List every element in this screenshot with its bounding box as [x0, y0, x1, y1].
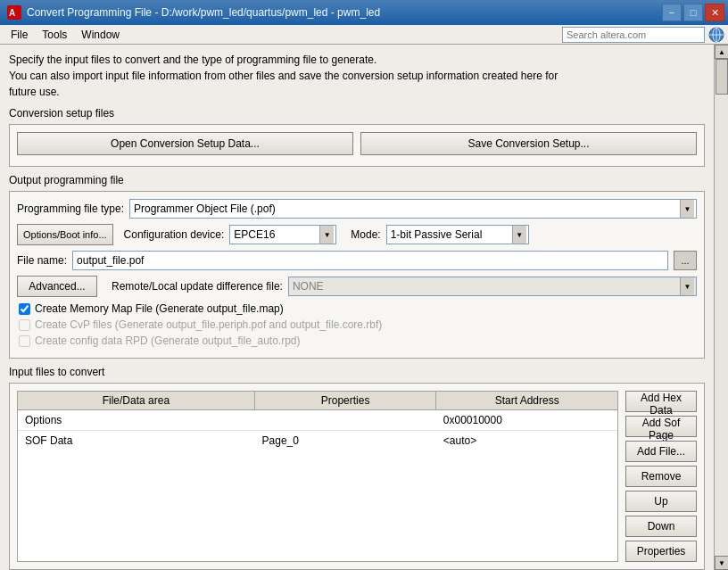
- scroll-thumb[interactable]: [716, 59, 728, 95]
- menu-file[interactable]: File: [4, 27, 35, 43]
- row1-file-area: Options: [18, 412, 255, 428]
- search-input[interactable]: [562, 27, 705, 43]
- input-files-label: Input files to convert: [9, 366, 705, 378]
- row1-start-address: 0x00010000: [436, 412, 617, 428]
- scroll-track: [715, 59, 728, 556]
- search-area: [562, 27, 724, 43]
- desc-line1: Specify the input files to convert and t…: [9, 52, 705, 68]
- create-cvp-checkbox[interactable]: [19, 319, 30, 331]
- combo-arrow-remote-icon: ▼: [680, 277, 694, 295]
- options-boot-btn[interactable]: Options/Boot info...: [17, 224, 113, 245]
- close-button[interactable]: ✕: [705, 4, 724, 21]
- remove-button[interactable]: Remove: [625, 466, 697, 487]
- checkbox2-label: Create CvP files (Generate output_file.p…: [35, 318, 382, 331]
- output-programming-label: Output programming file: [9, 174, 705, 186]
- row2-start-address: <auto>: [436, 433, 617, 449]
- config-device-combo[interactable]: EPCE16 ▼: [229, 225, 336, 244]
- add-sof-page-button[interactable]: Add Sof Page: [625, 416, 697, 437]
- combo-arrow-config-icon: ▼: [319, 226, 334, 244]
- create-memory-map-checkbox[interactable]: [19, 303, 30, 315]
- menu-window[interactable]: Window: [74, 27, 127, 43]
- checkbox1-row: Create Memory Map File (Generate output_…: [17, 302, 697, 315]
- row2-file-area: SOF Data: [18, 433, 255, 449]
- input-data-table: File/Data area Properties Start Address …: [17, 391, 618, 562]
- open-conversion-btn[interactable]: Open Conversion Setup Data...: [17, 132, 353, 155]
- config-device-label: Configuration device:: [124, 228, 225, 241]
- col-header-properties: Properties: [255, 392, 437, 409]
- advanced-remote-row: Advanced... Remote/Local update differen…: [17, 276, 697, 297]
- menu-tools[interactable]: Tools: [35, 27, 74, 43]
- conversion-setup-label: Conversion setup files: [9, 107, 705, 120]
- description: Specify the input files to convert and t…: [9, 52, 705, 100]
- browse-btn[interactable]: ...: [674, 251, 697, 270]
- add-file-button[interactable]: Add File...: [625, 441, 697, 462]
- output-programming-group: Programming file type: Programmer Object…: [9, 191, 705, 359]
- title-bar: A Convert Programming File - D:/work/pwm…: [0, 0, 728, 25]
- file-name-label: File name:: [17, 254, 67, 267]
- scroll-up-btn[interactable]: ▲: [715, 45, 728, 59]
- config-device-value: EPCE16: [234, 228, 275, 241]
- remote-combo[interactable]: NONE ▼: [288, 277, 697, 296]
- programming-type-label: Programming file type:: [17, 202, 124, 215]
- minimize-button[interactable]: −: [662, 4, 682, 21]
- create-config-rpd-checkbox[interactable]: [19, 335, 30, 347]
- checkbox3-label: Create config data RPD (Generate output_…: [35, 335, 301, 347]
- col-header-file-area: File/Data area: [18, 392, 255, 409]
- content-area: Specify the input files to convert and t…: [0, 45, 714, 570]
- main-content: Specify the input files to convert and t…: [0, 45, 728, 570]
- up-button[interactable]: Up: [625, 491, 697, 512]
- programming-type-value: Programmer Object File (.pof): [134, 202, 276, 215]
- conversion-setup-group: Open Conversion Setup Data... Save Conve…: [9, 124, 705, 167]
- advanced-btn[interactable]: Advanced...: [17, 276, 97, 297]
- input-files-section: Input files to convert File/Data area Pr…: [9, 366, 705, 570]
- filename-row: File name: ...: [17, 251, 697, 270]
- mode-combo[interactable]: 1-bit Passive Serial ▼: [386, 225, 529, 244]
- properties-button[interactable]: Properties: [625, 541, 697, 562]
- file-name-input[interactable]: [72, 251, 668, 270]
- checkbox1-label: Create Memory Map File (Generate output_…: [35, 302, 284, 315]
- window-controls: − □ ✕: [662, 4, 724, 21]
- desc-line2: You can also import input file informati…: [9, 68, 705, 84]
- down-button[interactable]: Down: [625, 516, 697, 537]
- programming-type-combo[interactable]: Programmer Object File (.pof) ▼: [129, 199, 697, 219]
- globe-icon[interactable]: [708, 27, 724, 43]
- conversion-setup-section: Conversion setup files Open Conversion S…: [9, 107, 705, 167]
- mode-label: Mode:: [351, 228, 380, 241]
- table-header: File/Data area Properties Start Address: [18, 392, 617, 410]
- table-row[interactable]: SOF Data Page_0 <auto>: [18, 431, 617, 450]
- window-title: Convert Programming File - D:/work/pwm_l…: [27, 6, 380, 19]
- add-hex-data-button[interactable]: Add Hex Data: [625, 391, 697, 412]
- conversion-buttons: Open Conversion Setup Data... Save Conve…: [17, 132, 697, 155]
- desc-line3: future use.: [9, 84, 705, 100]
- programming-type-row: Programming file type: Programmer Object…: [17, 199, 697, 219]
- scroll-down-btn[interactable]: ▼: [715, 556, 728, 570]
- menu-bar: File Tools Window: [0, 25, 728, 45]
- row2-properties: Page_0: [255, 433, 436, 449]
- row1-properties: [255, 412, 436, 428]
- output-programming-section: Output programming file Programming file…: [9, 174, 705, 359]
- input-files-group: File/Data area Properties Start Address …: [9, 383, 705, 570]
- mode-value: 1-bit Passive Serial: [391, 228, 483, 241]
- table-buttons: Add Hex Data Add Sof Page Add File... Re…: [625, 391, 697, 562]
- combo-arrow-mode-icon: ▼: [512, 226, 526, 244]
- checkbox2-row: Create CvP files (Generate output_file.p…: [17, 318, 697, 331]
- altera-icon: A: [7, 5, 21, 20]
- input-table-area: File/Data area Properties Start Address …: [17, 391, 697, 562]
- save-conversion-btn[interactable]: Save Conversion Setup...: [360, 132, 697, 155]
- scrollbar[interactable]: ▲ ▼: [714, 45, 728, 570]
- maximize-button[interactable]: □: [683, 4, 703, 21]
- options-config-row: Options/Boot info... Configuration devic…: [17, 224, 697, 245]
- remote-label: Remote/Local update difference file:: [112, 280, 283, 293]
- col-header-start-address: Start Address: [436, 392, 617, 409]
- remote-value: NONE: [293, 280, 324, 293]
- combo-arrow-icon: ▼: [680, 200, 694, 218]
- table-row[interactable]: Options 0x00010000: [18, 410, 617, 431]
- checkbox3-row: Create config data RPD (Generate output_…: [17, 335, 697, 347]
- svg-text:A: A: [9, 8, 15, 18]
